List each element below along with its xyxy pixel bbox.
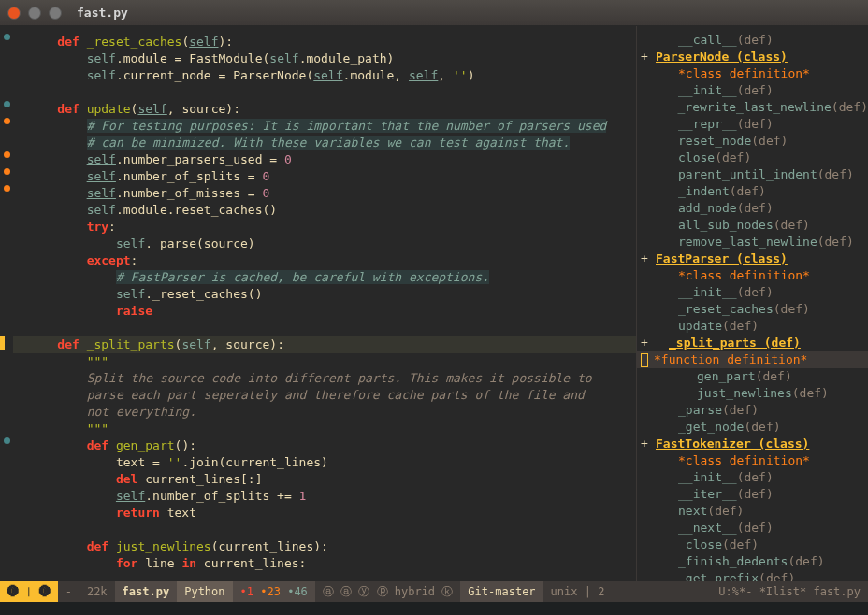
outline-item[interactable]: all_sub_nodes (def) — [637, 217, 868, 234]
outline-pane[interactable]: __call__ (def)+ParserNode (class) *class… — [636, 26, 868, 581]
outline-item[interactable]: update (def) — [637, 318, 868, 335]
outline-item[interactable]: close (def) — [637, 150, 868, 166]
outline-item[interactable]: *class definition* — [637, 267, 868, 284]
code-line[interactable]: self.module = FastModule(self.module_pat… — [13, 50, 636, 67]
code-line[interactable]: """ — [13, 353, 636, 370]
editor-split: def _reset_caches(self): self.module = F… — [0, 26, 868, 581]
outline-item[interactable]: _close (def) — [637, 536, 868, 553]
outline-item[interactable]: _rewrite_last_newline (def) — [637, 99, 868, 116]
code-line[interactable]: def _reset_caches(self): — [13, 34, 636, 50]
outline-item[interactable]: +FastTokenizer (class) — [637, 436, 868, 452]
code-area[interactable]: def _reset_caches(self): self.module = F… — [13, 26, 636, 581]
code-line[interactable] — [13, 320, 636, 336]
info-count: •46 — [287, 585, 308, 598]
outline-item[interactable]: *function definition* — [637, 351, 868, 368]
outline-item[interactable]: just_newlines (def) — [637, 385, 868, 402]
outline-item[interactable]: __call__ (def) — [637, 32, 868, 49]
code-line[interactable]: """ — [13, 421, 636, 437]
outline-item[interactable]: _get_prefix (def) — [637, 570, 868, 581]
outline-item[interactable]: add_node (def) — [637, 200, 868, 217]
outline-item[interactable]: parent_until_indent (def) — [637, 166, 868, 183]
outline-item[interactable]: next (def) — [637, 503, 868, 520]
mode-line: ⓿ ❘ ⓿ - 22k fast.py Python •1 •23 •46 ⓐ … — [0, 581, 868, 602]
outline-item[interactable]: *class definition* — [637, 65, 868, 82]
outline-item[interactable]: _get_node (def) — [637, 419, 868, 436]
maximize-icon[interactable] — [49, 7, 62, 20]
outline-item[interactable]: _indent (def) — [637, 183, 868, 200]
ml-vc[interactable]: Git-master — [460, 581, 542, 602]
outline-item[interactable]: gen_part (def) — [637, 368, 868, 385]
code-line[interactable]: for line in current_lines: — [13, 555, 636, 572]
outline-item[interactable]: __init__ (def) — [637, 469, 868, 486]
ml-prefix: - — [58, 581, 80, 602]
ml-major-mode[interactable]: Python — [177, 581, 232, 602]
minimize-icon[interactable] — [28, 7, 41, 20]
code-line[interactable]: self.number_of_splits = 0 — [13, 168, 636, 185]
code-line[interactable] — [13, 522, 636, 538]
code-line[interactable]: raise — [13, 303, 636, 320]
code-line[interactable]: self.number_of_splits += 1 — [13, 488, 636, 505]
flycheck-counts[interactable]: •1 •23 •46 — [233, 581, 315, 602]
code-line[interactable]: self.module.reset_caches() — [13, 202, 636, 219]
outline-item[interactable]: __init__ (def) — [637, 284, 868, 301]
ml-size: 22k — [80, 581, 115, 602]
outline-item[interactable]: reset_node (def) — [637, 133, 868, 150]
code-line[interactable]: del current_lines[:] — [13, 471, 636, 488]
flycheck-indicator[interactable]: ⓿ ❘ ⓿ — [0, 581, 58, 602]
code-line[interactable]: self.number_of_misses = 0 — [13, 185, 636, 202]
echo-area — [0, 602, 868, 615]
code-line[interactable]: def just_newlines(current_lines): — [13, 538, 636, 555]
outline-item[interactable]: __iter__ (def) — [637, 486, 868, 503]
outline-item[interactable]: +FastParser (class) — [637, 250, 868, 267]
cursor-indicator — [641, 353, 648, 367]
code-line[interactable]: self._reset_caches() — [13, 286, 636, 303]
outline-item[interactable]: *class definition* — [637, 452, 868, 469]
code-line[interactable]: self.current_node = ParserNode(self.modu… — [13, 67, 636, 84]
ml-minor-modes: ⓐ ⓐ ⓨ ⓟ hybrid ⓚ — [315, 581, 460, 602]
code-line[interactable]: def update(self, source): — [13, 101, 636, 118]
code-line[interactable]: try: — [13, 219, 636, 236]
code-line[interactable]: parse each part seperately and therefore… — [13, 387, 636, 404]
editor-gutter — [0, 26, 13, 581]
outline-item[interactable]: __next__ (def) — [637, 520, 868, 536]
outline-item[interactable]: _finish_dedents (def) — [637, 553, 868, 570]
close-icon[interactable] — [7, 7, 21, 20]
code-line[interactable]: # FastParser is cached, be careful with … — [13, 269, 636, 286]
code-line[interactable]: self.number_parsers_used = 0 — [13, 151, 636, 168]
code-line[interactable]: def gen_part(): — [13, 437, 636, 454]
window-titlebar: fast.py — [0, 0, 868, 26]
code-line[interactable]: text = ''.join(current_lines) — [13, 454, 636, 471]
code-line[interactable]: self._parse(source) — [13, 236, 636, 252]
outline-item[interactable]: __init__ (def) — [637, 82, 868, 99]
ml-filename[interactable]: fast.py — [115, 581, 178, 602]
code-line[interactable]: not everything. — [13, 404, 636, 421]
ml-encoding: unix | 2 — [543, 581, 613, 602]
code-line[interactable]: return text — [13, 505, 636, 522]
outline-item[interactable]: _parse (def) — [637, 402, 868, 419]
warn-count: •23 — [260, 585, 281, 598]
outline-item[interactable]: +ParserNode (class) — [637, 49, 868, 65]
error-count: •1 — [240, 585, 253, 598]
outline-item[interactable]: _reset_caches (def) — [637, 301, 868, 318]
outline-item[interactable]: remove_last_newline (def) — [637, 234, 868, 250]
window-title: fast.py — [77, 6, 128, 20]
outline-item[interactable]: __repr__ (def) — [637, 116, 868, 133]
code-line[interactable] — [13, 84, 636, 101]
ml-right: U:%*- *Ilist* fast.py — [612, 581, 868, 602]
code-line[interactable]: Split the source code into different par… — [13, 370, 636, 387]
code-line[interactable]: except: — [13, 252, 636, 269]
outline-item[interactable]: +_split_parts (def) — [637, 335, 868, 351]
code-line[interactable]: def _split_parts(self, source): — [13, 336, 636, 353]
code-editor-pane[interactable]: def _reset_caches(self): self.module = F… — [0, 26, 636, 581]
code-line[interactable]: # For testing purposes: It is important … — [13, 118, 636, 135]
code-line[interactable]: # can be minimized. With these variables… — [13, 135, 636, 151]
